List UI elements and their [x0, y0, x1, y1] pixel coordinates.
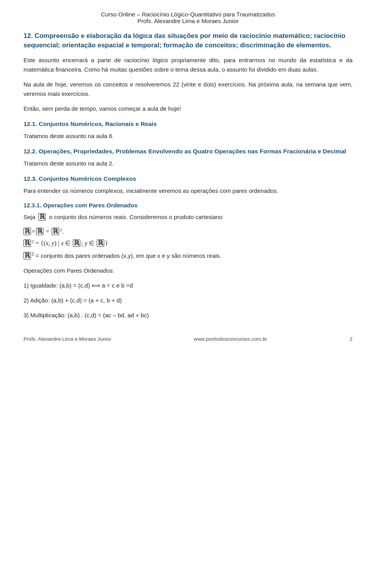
- section-12-3-body: Para entender os números complexos, inic…: [24, 186, 352, 196]
- footer-center: www.pontodosconcursos.com.br: [111, 336, 350, 342]
- footer-left: Profs. Alexandre Lima e Moraes Junior: [24, 336, 111, 342]
- header-line1: Curso Online – Raciocínio Lógico-Quantit…: [24, 11, 352, 18]
- R-symbol-bold-1: ℝ: [24, 228, 31, 235]
- op-1-text: 1) Igualdade: (a,b) = (c,d) ⟺ a = c e b …: [24, 282, 133, 289]
- paragraph-2: Na aula de hoje, veremos os conceitos e …: [24, 80, 352, 99]
- op-3: 3) Multiplicação: (a,b) . (c,d) = (ac – …: [24, 311, 352, 320]
- op-3-text: 3) Multiplicação: (a,b) . (c,d) = (ac – …: [24, 312, 149, 318]
- op-1: 1) Igualdade: (a,b) = (c,d) ⟺ a = c e b …: [24, 281, 352, 290]
- section-12-3-1-title: 12.3.1. Operações com Pares Ordenados: [24, 202, 352, 209]
- paragraph-3: Então, sem perda de tempo, vamos começar…: [24, 104, 352, 113]
- sec31-set-desc: ℝ2 = conjunto dos pares ordenados (x,y),…: [24, 251, 352, 261]
- header-line2: Profs. Alexandre Lima e Moraes Junior: [24, 18, 352, 24]
- R2-symbol: ℝ: [24, 239, 31, 247]
- section-12-1-body: Tratamos deste assunto na aula 6.: [24, 131, 352, 141]
- set-definition: ℝ2 = {(x, y) | x ∈ ℝ; y ∈ ℝ}: [24, 239, 352, 247]
- R-symbol-bold-3: ℝ: [52, 228, 59, 235]
- ops-title: Operações com Pares Ordenados:: [24, 266, 352, 275]
- set-desc-text: = conjunto dos pares ordenados (x,y), em…: [36, 252, 221, 259]
- cartesian-product-eq: ℝ×ℝ = ℝ2.: [24, 227, 352, 235]
- page-footer: Profs. Alexandre Lima e Moraes Junior ww…: [0, 336, 376, 342]
- R-symbol-bold-2: ℝ: [36, 228, 43, 235]
- section-12-2-body: Tratamos deste assunto na aula 2.: [24, 159, 352, 168]
- sec31-R-symbol: ℝ: [38, 213, 46, 221]
- sec31-real-intro: Seja ℝ o conjunto dos números reais. Con…: [24, 212, 352, 222]
- op-2: 2) Adição: (a,b) + (c,d) = (a + c, b + d…: [24, 296, 352, 305]
- section-12-3-title: 12.3. Conjuntos Numéricos Complexos: [24, 175, 352, 182]
- section-12-2-title: 12.2. Operações, Propriedades, Problemas…: [24, 148, 352, 155]
- paragraph-1: Este assunto encerrará a parte de racioc…: [24, 56, 352, 74]
- page: Curso Online – Raciocínio Lógico-Quantit…: [0, 0, 376, 349]
- main-title: 12. Compreensão e elaboração da lógica d…: [24, 31, 352, 50]
- footer-page-number: 2: [350, 336, 352, 342]
- op-2-text: 2) Adição: (a,b) + (c,d) = (a + c, b + d…: [24, 297, 122, 304]
- sec31-real-rest: o conjunto dos números reais. Considerem…: [49, 214, 222, 220]
- section-12-1-title: 12.1. Conjuntos Numéricos, Racionais e R…: [24, 120, 352, 128]
- sec31-seja: Seja: [24, 214, 35, 220]
- page-header: Curso Online – Raciocínio Lógico-Quantit…: [24, 11, 352, 24]
